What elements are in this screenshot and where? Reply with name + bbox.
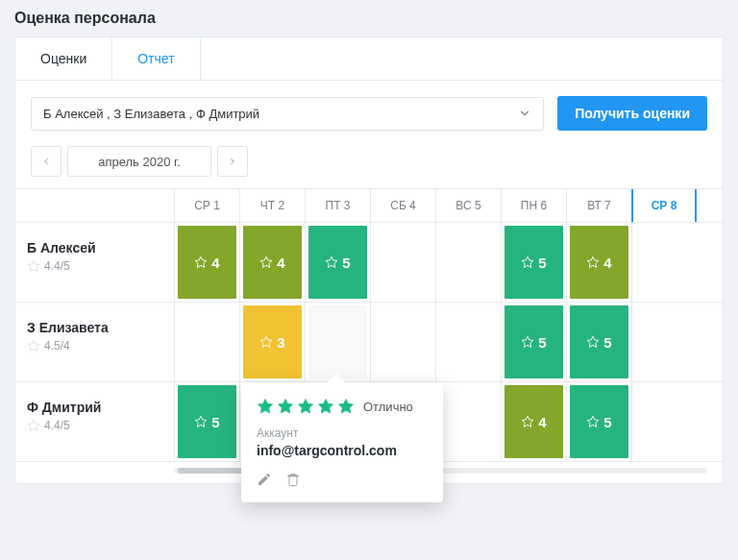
month-next-button[interactable] <box>217 146 248 177</box>
star-icon <box>277 398 294 415</box>
rating-score: 5 <box>342 255 350 271</box>
day-cell <box>435 303 501 381</box>
star-icon <box>194 256 208 269</box>
star-icon <box>317 398 334 415</box>
star-icon <box>297 398 314 415</box>
day-cell <box>370 223 435 302</box>
day-cell[interactable]: 5 <box>501 223 566 302</box>
rating-cell[interactable]: 4 <box>178 226 236 299</box>
day-header: ПТ 3 <box>305 189 370 222</box>
rating-score: 4 <box>603 255 611 271</box>
star-icon <box>194 415 208 428</box>
rating-cell[interactable]: 5 <box>570 305 628 378</box>
star-icon <box>586 256 600 269</box>
rating-score: 5 <box>603 334 611 351</box>
rating-score: 5 <box>211 414 219 430</box>
popover-stars: Отлично <box>257 398 428 415</box>
rating-cell[interactable]: 4 <box>504 385 563 458</box>
day-cell[interactable]: 3 <box>239 303 305 381</box>
day-header: СР 1 <box>174 189 239 222</box>
day-header: ЧТ 2 <box>239 189 305 222</box>
rating-score: 3 <box>277 334 284 351</box>
rating-score: 4 <box>211 255 219 271</box>
day-cell[interactable]: 4 <box>239 223 305 302</box>
employee-rowhead: Ф Дмитрий4.4/5 <box>15 382 174 461</box>
rating-cell[interactable]: 5 <box>308 226 367 299</box>
day-cell[interactable]: 5 <box>174 382 239 461</box>
rating-cell[interactable]: 5 <box>504 305 563 378</box>
get-ratings-button[interactable]: Получить оценки <box>557 96 707 131</box>
star-icon <box>586 335 600 349</box>
rating-score: 5 <box>538 255 546 271</box>
day-header: ВТ 7 <box>566 189 631 222</box>
star-icon <box>257 398 274 415</box>
day-cell <box>370 303 435 381</box>
rating-cell[interactable]: 5 <box>570 385 628 458</box>
star-icon <box>586 415 600 428</box>
edit-icon[interactable] <box>257 472 272 491</box>
rating-cell[interactable]: 4 <box>243 226 302 299</box>
rating-score: 4 <box>277 255 284 271</box>
delete-icon[interactable] <box>285 472 301 491</box>
table-row: Б Алексей4.4/544554 <box>15 223 723 303</box>
day-cell[interactable]: 5 <box>566 382 631 461</box>
employee-rowhead: Б Алексей4.4/5 <box>15 223 174 302</box>
rating-cell[interactable]: 5 <box>504 226 563 299</box>
star-icon <box>259 256 273 269</box>
employee-rowhead: З Елизавета4.5/4 <box>15 303 174 381</box>
rating-score: 5 <box>603 414 611 430</box>
day-cell <box>435 223 501 302</box>
employee-select-value: Б Алексей , З Елизавета , Ф Дмитрий <box>43 107 259 121</box>
popover-actions <box>257 472 428 491</box>
table-row: З Елизавета4.5/4355 <box>15 303 723 382</box>
day-cell[interactable]: 4 <box>174 223 239 302</box>
popover-rating-label: Отлично <box>363 400 413 414</box>
employee-name: Б Алексей <box>27 240 162 256</box>
star-icon <box>27 339 40 353</box>
filter-row: Б Алексей , З Елизавета , Ф Дмитрий Полу… <box>15 81 723 146</box>
employee-select[interactable]: Б Алексей , З Елизавета , Ф Дмитрий <box>31 97 544 131</box>
rating-popover: Отлично Аккаунт info@targcontrol.com <box>241 382 443 502</box>
star-icon <box>27 259 40 273</box>
month-prev-button[interactable] <box>31 146 62 177</box>
day-cell[interactable]: 4 <box>501 382 566 461</box>
day-header: ПН 6 <box>501 189 566 222</box>
day-cell[interactable]: 5 <box>566 303 631 381</box>
header-spacer <box>15 189 174 222</box>
grid-header-row: СР 1ЧТ 2ПТ 3СБ 4ВС 5ПН 6ВТ 7СР 8 <box>15 189 723 223</box>
employee-rating: 4.4/5 <box>27 259 162 273</box>
rating-score: 5 <box>538 334 546 351</box>
employee-name: З Елизавета <box>27 320 162 335</box>
star-icon <box>27 419 40 432</box>
day-header: СБ 4 <box>370 189 435 222</box>
month-label: апрель 2020 г. <box>67 146 211 177</box>
day-cell[interactable]: 5 <box>305 223 370 302</box>
rating-score: 4 <box>538 414 546 430</box>
employee-name: Ф Дмитрий <box>27 400 162 415</box>
chevron-down-icon <box>518 107 531 120</box>
star-icon <box>325 256 338 269</box>
day-cell <box>631 382 697 461</box>
page-title: Оценка персонала <box>0 0 738 37</box>
star-icon <box>259 335 273 349</box>
rating-cell[interactable]: 4 <box>570 226 628 299</box>
employee-rating: 4.4/5 <box>27 419 162 432</box>
rating-cell[interactable]: 3 <box>243 305 302 378</box>
popover-account-label: Аккаунт <box>257 426 428 440</box>
tab-report[interactable]: Отчет <box>112 37 200 80</box>
day-cell[interactable]: 4 <box>566 223 631 302</box>
day-cell <box>631 303 697 381</box>
tabs: Оценки Отчет <box>15 37 723 81</box>
day-cell <box>631 223 697 302</box>
rating-cell[interactable] <box>308 305 367 378</box>
tab-ratings[interactable]: Оценки <box>15 37 112 80</box>
day-cell[interactable] <box>305 303 370 381</box>
day-cell <box>435 382 501 461</box>
rating-cell[interactable]: 5 <box>178 385 236 458</box>
star-icon <box>521 415 534 428</box>
day-header: ВС 5 <box>435 189 501 222</box>
star-icon <box>337 398 355 415</box>
day-header: СР 8 <box>631 189 697 222</box>
employee-rating: 4.5/4 <box>27 339 162 353</box>
day-cell[interactable]: 5 <box>501 303 566 381</box>
